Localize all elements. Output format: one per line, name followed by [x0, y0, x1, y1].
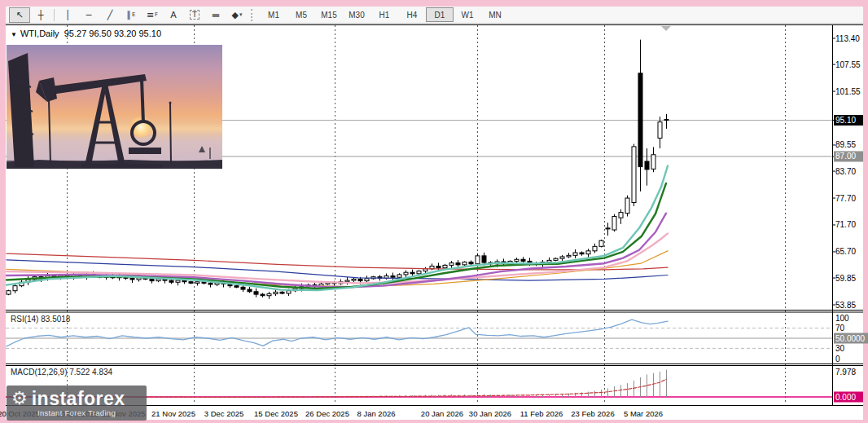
- candle: [182, 280, 186, 282]
- candle: [443, 265, 447, 267]
- date-axis-label: 21 Nov 2025: [151, 409, 195, 418]
- candle: [410, 272, 414, 274]
- candle: [13, 286, 17, 291]
- candle: [254, 292, 258, 294]
- candle: [515, 259, 519, 261]
- candle: [645, 161, 649, 170]
- candle: [664, 120, 669, 121]
- candle: [580, 253, 584, 254]
- date-axis-label: 11 Feb 2026: [520, 409, 563, 418]
- rsi-50-label: 50.0000: [835, 334, 866, 343]
- article-photo-oil-pumpjack: [7, 45, 222, 169]
- candle: [352, 279, 356, 280]
- price-axis-label: 107.55: [835, 60, 861, 69]
- candle: [345, 280, 349, 282]
- candle: [397, 275, 401, 277]
- price-axis-label: 53.85: [835, 301, 856, 310]
- date-axis-label: 15 Dec 2025: [254, 409, 298, 418]
- candle: [482, 256, 486, 262]
- candle: [208, 283, 213, 284]
- date-axis-label: 3 Dec 2025: [204, 409, 244, 418]
- candle: [7, 291, 11, 294]
- candle: [651, 155, 655, 170]
- candle: [261, 294, 265, 296]
- price-axis-label: 87.00: [835, 152, 856, 161]
- candle: [469, 262, 473, 264]
- macd-axis-label: 7.978: [835, 368, 856, 377]
- price-axis-label: 113.40: [835, 34, 860, 43]
- candle: [404, 272, 408, 275]
- candle: [612, 217, 616, 230]
- candle: [599, 240, 603, 246]
- candle: [560, 257, 564, 258]
- candle: [593, 246, 597, 250]
- price-axis-label: 95.10: [835, 116, 856, 125]
- candle: [391, 276, 395, 278]
- price-axis-label: 101.55: [835, 87, 861, 96]
- candle: [241, 287, 245, 289]
- candle: [554, 258, 558, 260]
- candle: [625, 198, 629, 214]
- candle: [267, 294, 271, 296]
- candle: [358, 279, 362, 280]
- candle: [573, 253, 577, 255]
- instaforex-gear-icon: ⚙: [11, 390, 28, 408]
- rsi-indicator-label: RSI(14) 83.5018: [11, 315, 70, 324]
- price-axis-label: 83.70: [835, 167, 856, 176]
- candle: [130, 278, 134, 280]
- candle: [280, 292, 284, 293]
- candle: [195, 282, 199, 284]
- candle: [449, 263, 454, 266]
- date-axis-label: 30 Jan 2026: [469, 409, 511, 418]
- price-axis-label: 71.70: [835, 220, 856, 229]
- candle: [436, 267, 441, 268]
- symbol-period-label: WTI,Daily: [20, 29, 59, 38]
- candle: [287, 291, 291, 293]
- candle: [156, 279, 160, 280]
- candle: [462, 262, 467, 265]
- candle: [235, 286, 239, 288]
- rsi-axis-label: 30: [835, 344, 845, 353]
- date-axis-label: 20 Jan 2026: [421, 409, 463, 418]
- rsi-axis-label: 100: [835, 314, 849, 323]
- pumpjack-silhouette: [7, 45, 222, 169]
- candle: [632, 147, 636, 203]
- candle: [606, 228, 610, 229]
- candle: [150, 279, 154, 280]
- candle: [189, 282, 193, 284]
- price-axis-label: 65.70: [835, 247, 856, 256]
- candle: [456, 263, 460, 265]
- candle: [476, 256, 480, 264]
- candle: [169, 280, 173, 282]
- candle: [638, 73, 642, 167]
- candle: [658, 122, 662, 139]
- date-axis-label: 23 Feb 2026: [571, 409, 614, 418]
- macd-indicator-label: MACD(12,26,9) 7.522 4.834: [11, 368, 112, 377]
- candle: [417, 271, 421, 274]
- rsi-axis-label: 70: [835, 324, 845, 333]
- price-axis-label: 89.55: [835, 140, 856, 149]
- instaforex-tagline: Instant Forex Trading: [11, 408, 142, 417]
- candle: [176, 280, 180, 282]
- macd-zero-label: 0.000: [835, 393, 856, 402]
- candle: [365, 279, 369, 281]
- candle: [274, 292, 278, 293]
- symbol-dropdown-icon[interactable]: ▼: [11, 31, 17, 38]
- application-frame: ↖┼│─╱∥E≡FAT▬◆▾M1M5M15M30H1H4D1W1MN 113.4…: [0, 0, 868, 423]
- price-axis-label: 77.70: [835, 194, 856, 203]
- instaforex-brand-text: instaforex: [32, 390, 125, 408]
- chart-title: ▼WTI,Daily 95.27 96.50 93.20 95.10: [11, 29, 161, 38]
- date-axis-label: 26 Dec 2025: [305, 409, 349, 418]
- candle: [567, 255, 571, 257]
- price-axis-label: 59.85: [835, 274, 856, 283]
- candle: [619, 213, 623, 218]
- candle: [248, 289, 252, 292]
- candle: [521, 259, 525, 261]
- date-axis-label: 8 Jan 2026: [357, 409, 395, 418]
- ohlc-readout: 95.27 96.50 93.20 95.10: [64, 29, 161, 38]
- rsi-axis-label: 0: [835, 355, 840, 364]
- candle: [586, 251, 590, 254]
- date-axis-label: 5 Mar 2026: [624, 409, 663, 418]
- instaforex-watermark: ⚙ instaforex Instant Forex Trading: [7, 386, 147, 421]
